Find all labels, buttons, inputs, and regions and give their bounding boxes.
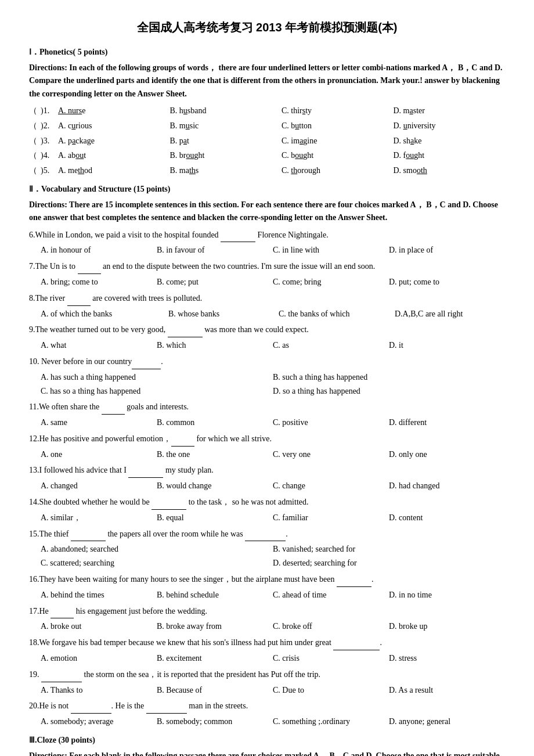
- q9: 9.The weather turned out to be very good…: [29, 323, 505, 337]
- section3-directions: Directions: For each blank in the follow…: [29, 750, 505, 756]
- section1-directions: Directions: In each of the following gro…: [29, 62, 505, 100]
- q16-options: A. behind the times B. behind schedule C…: [41, 588, 505, 602]
- q8-options: A. of which the banks B. whose banks C. …: [41, 307, 505, 321]
- q11: 11.We often share the goals and interest…: [29, 400, 505, 415]
- q8: 8.The river are covered with trees is po…: [29, 291, 505, 306]
- q20: 20.He is not . He is the man in the stre…: [29, 699, 505, 714]
- title: 全国成人高考统考复习 2013 年考前模拟预测题(本): [29, 17, 505, 37]
- q14-options: A. similar， B. equal C. familiar D. cont…: [41, 511, 505, 525]
- phonetics-q2: （ )2. A. curious B. music C. button D. u…: [29, 119, 505, 133]
- section2-title: Ⅱ．Vocabulary and Structure (15 points): [29, 182, 505, 196]
- q7-options: A. bring; come to B. come; put C. come; …: [41, 275, 505, 289]
- section3: Ⅲ.Cloze (30 points) Directions: For each…: [29, 733, 505, 756]
- q19-options: A. Thanks to B. Because of C. Due to D. …: [41, 683, 505, 697]
- phonetics-q3: （ )3. A. package B. pat C. imagine D. sh…: [29, 134, 505, 148]
- q12: 12.He has positive and powerful emotion，…: [29, 432, 505, 447]
- q19: 19. the storm on the sea，it is reported …: [29, 668, 505, 682]
- q15-options: A. abandoned; searched B. vanished; sear…: [41, 542, 505, 570]
- q16: 16.They have been waiting for many hours…: [29, 573, 505, 587]
- q9-options: A. what B. which C. as D. it: [41, 339, 505, 352]
- q7: 7.The Un is to an end to the dispute bet…: [29, 260, 505, 274]
- q14: 14.She doubted whether he would be to th…: [29, 495, 505, 510]
- q6-options: A. in honour of B. in favour of C. in li…: [41, 243, 505, 257]
- q6: 6.While in London, we paid a visit to th…: [29, 228, 505, 243]
- q18: 18.We forgave his bad temper because we …: [29, 636, 505, 650]
- phonetics-q4: （ )4. A. about B. brought C. bought D. f…: [29, 149, 505, 163]
- q13-options: A. changed B. would change C. change D. …: [41, 479, 505, 493]
- q13: 13.I followed his advice that I my study…: [29, 463, 505, 478]
- q18-options: A. emotion B. excitement C. crisis D. st…: [41, 651, 505, 665]
- q10-options: A. has such a thing happened B. such a t…: [41, 370, 505, 398]
- section1: Ⅰ．Phonetics( 5 points) Directions: In ea…: [29, 45, 505, 178]
- q10: 10. Never before in our country .: [29, 355, 505, 369]
- q15: 15.The thief the papers all over the roo…: [29, 527, 505, 542]
- phonetics-q1: （ )1. A. nurse B. husband C. thirsty D. …: [29, 104, 505, 118]
- q17: 17.He his engagement just before the wed…: [29, 604, 505, 619]
- section2: Ⅱ．Vocabulary and Structure (15 points) D…: [29, 182, 505, 729]
- section1-title: Ⅰ．Phonetics( 5 points): [29, 45, 505, 59]
- q17-options: A. broke out B. broke away from C. broke…: [41, 620, 505, 633]
- section2-directions: Directions: There are 15 incomplete sent…: [29, 199, 505, 225]
- section3-title: Ⅲ.Cloze (30 points): [29, 733, 505, 747]
- phonetics-questions: （ )1. A. nurse B. husband C. thirsty D. …: [29, 104, 505, 178]
- q12-options: A. one B. the one C. very one D. only on…: [41, 448, 505, 462]
- q20-options: A. somebody; average B. somebody; common…: [41, 715, 505, 729]
- q11-options: A. same B. common C. positive D. differe…: [41, 416, 505, 430]
- phonetics-q5: （ )5. A. method B. maths C. thorough D. …: [29, 164, 505, 178]
